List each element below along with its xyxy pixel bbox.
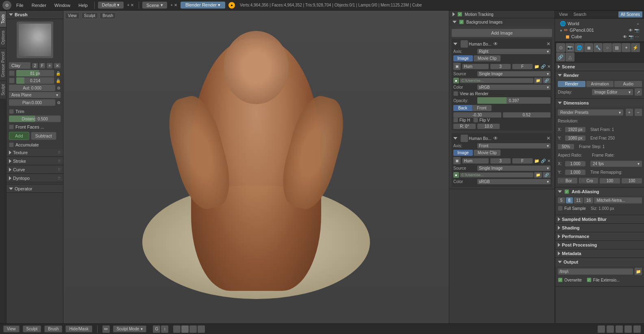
shading-4-btn[interactable] — [198, 325, 205, 333]
bg1-rot-val[interactable]: R: 0° — [453, 124, 476, 129]
trim-checkbox[interactable] — [9, 109, 14, 114]
bg2-num-field[interactable]: Hum — [462, 158, 489, 164]
bg2-collapse[interactable] — [453, 137, 457, 140]
presets-remove-btn[interactable]: − — [635, 109, 642, 116]
timeline-btn-4[interactable] — [624, 325, 632, 333]
shading-1-btn[interactable] — [173, 325, 181, 333]
data-props-icon[interactable]: △ — [566, 52, 574, 61]
outliner-search-btn[interactable]: Search — [571, 11, 589, 17]
bg1-movie-tab[interactable]: Movie Clip — [474, 55, 501, 61]
crop-cb[interactable] — [581, 178, 585, 183]
bg2-link-icon[interactable]: 🔗 — [543, 172, 550, 178]
stroke-section[interactable]: Stroke ⠿ — [7, 157, 63, 165]
bg1-flip-h-cb[interactable] — [453, 118, 458, 122]
mode-selector[interactable]: Sculpt Mode▾ — [113, 325, 147, 332]
aspect-y-input[interactable]: 1.000 — [565, 170, 585, 175]
bg2-eye[interactable]: 👁 — [493, 135, 498, 141]
sculpt-mode-icon[interactable]: ✏ — [102, 325, 110, 333]
aa-checkbox[interactable]: ✓ — [564, 189, 569, 194]
res-x-input[interactable]: 1920 px — [565, 127, 585, 132]
shading-header[interactable]: Shading — [555, 224, 644, 232]
aspect-x-input[interactable]: 1.000 — [565, 161, 585, 166]
timeline-btn-1[interactable] — [598, 325, 605, 333]
options-tab[interactable]: Options — [0, 27, 6, 48]
window-menu[interactable]: Window — [51, 2, 74, 9]
particles-props-icon[interactable]: ✦ — [622, 43, 631, 52]
strength-lock[interactable]: 🔒 — [56, 79, 61, 83]
auto-smooth-slider[interactable]: Aut: 0.000 — [9, 85, 55, 91]
animation-tab[interactable]: Animation — [586, 81, 614, 87]
manipulator-btn[interactable]: ↕ — [161, 325, 168, 333]
plane-settings[interactable]: ⚙ — [57, 100, 61, 105]
plane-val-slider[interactable]: Plan:0.000 — [9, 99, 55, 106]
presets-add-btn[interactable]: + — [626, 109, 633, 116]
global-local-btn[interactable]: G — [153, 325, 160, 333]
motion-blur-header[interactable]: Sampled Motion Blur — [555, 215, 644, 223]
scene-selector[interactable]: Scene ▾ — [142, 2, 167, 9]
physics-props-icon[interactable]: ⚡ — [631, 43, 640, 52]
full-sample-cb[interactable] — [558, 206, 563, 211]
bg2-src-select[interactable]: Single Image▾ — [477, 166, 550, 171]
vp-brush-btn[interactable]: Brush — [100, 12, 116, 19]
output-path-field[interactable]: /tmp\ — [558, 269, 633, 275]
radius-slider[interactable]: 81 px — [16, 70, 54, 76]
border-cb[interactable] — [559, 178, 564, 183]
bg1-num-field[interactable]: Hum — [462, 64, 489, 69]
time-remap-old[interactable]: 100 — [600, 178, 620, 183]
help-menu[interactable]: Help — [75, 2, 91, 9]
render-header[interactable]: Render — [555, 71, 644, 79]
outliner-view-btn[interactable]: View — [557, 11, 570, 17]
output-browse-btn[interactable]: 📁 — [635, 268, 642, 275]
res-y-input[interactable]: 1080 px — [565, 135, 585, 141]
file-ext-cb[interactable]: ✓ — [587, 277, 592, 282]
strength-slider[interactable]: 0.214 — [16, 77, 54, 84]
aa-filter-select[interactable]: Mitchell-Netra... — [594, 197, 642, 203]
scene-node-gpencil[interactable]: ● ✏ GPencil.001 👁 📷 — [557, 27, 642, 33]
texture-section[interactable]: Texture ⠿ — [7, 149, 63, 157]
material-props-icon[interactable]: ○ — [603, 43, 612, 52]
timeline-btn-2[interactable] — [607, 325, 614, 333]
bg2-browse-icon[interactable]: 📁 — [534, 172, 542, 178]
file-menu[interactable]: File — [13, 2, 27, 9]
brush-bottom-btn[interactable]: Brush — [44, 325, 62, 332]
brush-preview[interactable] — [17, 22, 53, 58]
curve-section[interactable]: Curve ⠿ — [7, 166, 63, 174]
time-remap-new[interactable]: 100 — [622, 178, 642, 183]
output-header[interactable]: Output — [555, 258, 644, 266]
aa-11[interactable]: 11 — [574, 197, 583, 203]
scene-header[interactable]: Scene — [555, 63, 644, 71]
bg1-collapse[interactable] — [453, 43, 457, 45]
brush-remove-btn[interactable]: ✕ — [54, 63, 61, 68]
bg2-movie-tab[interactable]: Movie Clip — [474, 150, 501, 156]
bg-checkbox[interactable]: ✓ — [459, 20, 464, 24]
bg1-chain-icon[interactable]: 🔗 — [541, 64, 546, 69]
display-select[interactable]: Image Editor▾ — [592, 89, 633, 95]
bg1-image-tab[interactable]: Image — [453, 55, 473, 61]
bg1-eye[interactable]: 👁 — [493, 41, 498, 47]
post-proc-header[interactable]: Post Processing — [555, 241, 644, 249]
outliner-all-scenes-btn[interactable]: All Scenes — [618, 11, 642, 17]
auto-smooth-settings[interactable]: ⚙ — [57, 86, 61, 90]
bg2-color-select[interactable]: sRGB▾ — [477, 179, 550, 184]
world-props-icon[interactable]: 🌐 — [575, 43, 584, 52]
aa-header[interactable]: ✓ Anti-Aliasing — [555, 188, 644, 196]
bg1-clear-icon[interactable]: ✕ — [547, 64, 550, 69]
bg2-axis-select[interactable]: Front▾ — [477, 143, 550, 148]
bg1-opacity-slider[interactable]: 0.397 — [477, 97, 550, 104]
bg1-view-render-cb[interactable] — [453, 91, 458, 96]
render-tab[interactable]: Render — [558, 81, 585, 87]
bg1-color-select[interactable]: sRGB▾ — [477, 85, 550, 90]
performance-header[interactable]: Performance — [555, 232, 644, 240]
accumulate-checkbox[interactable] — [9, 142, 14, 147]
sculpt-tab[interactable]: Sculpt — [0, 81, 6, 99]
display-open-btn[interactable]: ↗ — [635, 88, 642, 96]
brush-num[interactable]: 2 — [32, 63, 38, 68]
bg1-scale-val[interactable]: 10.0 — [477, 124, 500, 129]
bg1-browse-icon[interactable]: 📁 — [534, 78, 542, 83]
bg1-flip-v-cb[interactable] — [473, 118, 478, 122]
front-faces-checkbox[interactable] — [9, 124, 14, 129]
bg2-num-val[interactable]: 3 — [490, 158, 511, 164]
brush-name-field[interactable]: Clay — [9, 62, 30, 69]
workspace-selector[interactable]: Default ▾ — [98, 2, 124, 9]
add-image-button[interactable]: Add Image — [452, 29, 552, 37]
